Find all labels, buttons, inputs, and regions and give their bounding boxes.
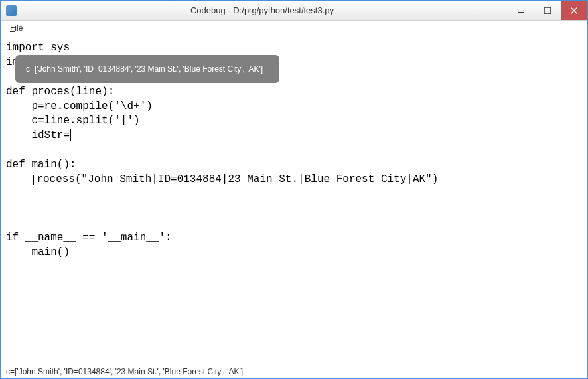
- ibeam-cursor-icon: [31, 175, 37, 185]
- code-line: c=line.split('|'): [6, 114, 582, 128]
- svg-rect-0: [518, 12, 524, 13]
- status-text: c=['John Smith', 'ID=0134884', '23 Main …: [6, 367, 243, 376]
- code-line: import sys: [6, 40, 582, 55]
- svg-rect-1: [544, 7, 551, 14]
- code-line: [6, 143, 582, 157]
- close-icon: [571, 7, 577, 14]
- titlebar: Codebug - D:/prg/python/test/test3.py: [1, 1, 587, 21]
- code-line: [6, 187, 582, 201]
- code-line: if __name__ == '__main__':: [6, 230, 582, 245]
- statusbar: c=['John Smith', 'ID=0134884', '23 Main …: [1, 364, 587, 378]
- menu-file[interactable]: File: [6, 22, 27, 34]
- code-line: [6, 201, 582, 216]
- maximize-button[interactable]: [534, 1, 561, 20]
- debug-tooltip: c=['John Smith', 'ID=0134884', '23 Main …: [15, 55, 279, 83]
- code-editor[interactable]: c=['John Smith', 'ID=0134884', '23 Main …: [1, 35, 587, 364]
- close-button[interactable]: [561, 1, 587, 20]
- minimize-button[interactable]: [508, 1, 534, 20]
- code-line: idStr=: [6, 128, 582, 143]
- tooltip-text: c=['John Smith', 'ID=0134884', '23 Main …: [26, 64, 263, 74]
- app-icon: [6, 5, 17, 16]
- window-controls: [508, 1, 587, 20]
- window-title: Codebug - D:/prg/python/test/test3.py: [17, 5, 508, 15]
- code-line: rocess("John Smith|ID=0134884|23 Main St…: [6, 172, 582, 187]
- menubar: File: [1, 21, 587, 35]
- code-line: def proces(line):: [6, 84, 582, 99]
- code-line: [6, 216, 582, 230]
- minimize-icon: [518, 7, 524, 14]
- code-line: def main():: [6, 157, 582, 172]
- maximize-icon: [544, 7, 551, 14]
- code-line: p=re.compile('\d+'): [6, 99, 582, 114]
- text-cursor: [70, 129, 71, 141]
- code-line: main(): [6, 245, 582, 260]
